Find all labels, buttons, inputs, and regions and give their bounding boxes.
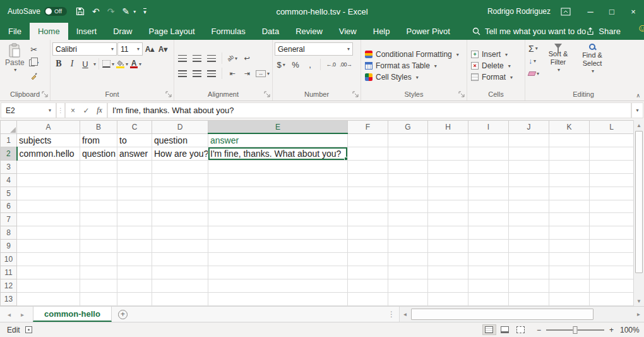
cell-G1[interactable]	[388, 133, 428, 147]
cell-J3[interactable]	[509, 160, 549, 173]
tell-me-box[interactable]: Tell me what you want to do	[472, 23, 586, 40]
row-header-3[interactable]: 3	[1, 160, 17, 173]
feedback-smiley-icon[interactable]: ☺	[637, 23, 644, 40]
cell-A6[interactable]	[17, 200, 80, 213]
cell-F1[interactable]	[348, 133, 388, 147]
accounting-format-button[interactable]: $▾	[275, 58, 287, 71]
paste-button[interactable]: Paste ▾	[2, 42, 28, 90]
cell-A9[interactable]	[17, 240, 80, 253]
cell-A5[interactable]	[17, 187, 80, 200]
font-name-select[interactable]: Calibri▾	[52, 42, 117, 56]
cell-I2[interactable]	[468, 147, 509, 160]
redo-button[interactable]: ↷	[107, 6, 115, 16]
row-header-9[interactable]: 9	[1, 240, 17, 253]
cell-C6[interactable]	[117, 200, 152, 213]
cell-F13[interactable]	[348, 292, 388, 305]
cell-E5[interactable]	[208, 187, 348, 200]
cell-F9[interactable]	[348, 240, 388, 253]
cell-D1[interactable]: question	[152, 133, 208, 147]
cell-I1[interactable]	[468, 133, 509, 147]
ribbon-tab-help[interactable]: Help	[365, 23, 398, 40]
align-left-button[interactable]	[176, 67, 189, 80]
sheet-tab-common-hello[interactable]: common-hello	[33, 307, 112, 322]
column-header-K[interactable]: K	[549, 121, 590, 134]
decrease-decimal-button[interactable]: .00→	[339, 58, 353, 71]
cell-J9[interactable]	[509, 240, 549, 253]
comma-style-button[interactable]: ,	[304, 58, 316, 71]
cell-E2[interactable]: I'm fine, thanks. What about you?	[208, 147, 348, 160]
cell-D12[interactable]	[152, 279, 208, 293]
cell-J2[interactable]	[509, 147, 549, 160]
cell-B13[interactable]	[80, 292, 117, 305]
cell-D10[interactable]	[152, 253, 208, 266]
column-header-J[interactable]: J	[509, 121, 549, 134]
share-button[interactable]: Share	[586, 23, 621, 40]
cell-K10[interactable]	[549, 253, 590, 266]
cell-G3[interactable]	[388, 160, 428, 173]
cell-E9[interactable]	[208, 240, 348, 253]
scroll-right-button[interactable]: ►	[633, 312, 644, 317]
cut-button[interactable]: ✂	[28, 43, 40, 56]
font-dialog-launcher[interactable]	[165, 91, 172, 98]
ribbon-tab-insert[interactable]: Insert	[68, 23, 105, 40]
number-dialog-launcher[interactable]	[352, 91, 359, 98]
cell-D7[interactable]	[152, 213, 208, 226]
cell-B5[interactable]	[80, 187, 117, 200]
row-header-10[interactable]: 10	[1, 253, 17, 266]
vertical-scrollbar[interactable]: ▲ ▼	[633, 120, 644, 306]
formula-bar-splitter[interactable]: ⋮	[56, 102, 65, 118]
cell-F12[interactable]	[348, 279, 388, 293]
cell-H13[interactable]	[428, 292, 468, 305]
cell-E4[interactable]	[208, 173, 348, 187]
cell-D6[interactable]	[152, 200, 208, 213]
cell-A7[interactable]	[17, 213, 80, 226]
cell-I5[interactable]	[468, 187, 509, 200]
cell-J4[interactable]	[509, 173, 549, 187]
cell-E12[interactable]	[208, 279, 348, 293]
format-painter-qat-button[interactable]: ✎	[122, 6, 130, 16]
column-header-H[interactable]: H	[428, 121, 468, 134]
cell-G6[interactable]	[388, 200, 428, 213]
cell-C8[interactable]	[117, 226, 152, 240]
autosave-toggle[interactable]: AutoSave Off	[0, 7, 73, 16]
cell-B11[interactable]	[80, 266, 117, 279]
increase-decimal-button[interactable]: ←.0	[325, 58, 337, 71]
cell-B10[interactable]	[80, 253, 117, 266]
next-sheet-button[interactable]: ▸	[21, 311, 24, 318]
font-color-button[interactable]: A▾	[129, 58, 142, 70]
cell-H11[interactable]	[428, 266, 468, 279]
underline-button[interactable]: U	[79, 58, 92, 70]
cell-B12[interactable]	[80, 279, 117, 293]
cell-F3[interactable]	[348, 160, 388, 173]
cell-G9[interactable]	[388, 240, 428, 253]
cell-E1[interactable]: answer	[208, 133, 348, 147]
column-header-I[interactable]: I	[468, 121, 509, 134]
delete-cells-button[interactable]: ×Delete▾	[469, 61, 523, 71]
cell-L2[interactable]	[590, 147, 634, 160]
fill-color-button[interactable]: ▾	[116, 58, 129, 70]
cell-D4[interactable]	[152, 173, 208, 187]
cell-B3[interactable]	[80, 160, 117, 173]
scroll-up-button[interactable]: ▲	[634, 120, 644, 130]
cell-C11[interactable]	[117, 266, 152, 279]
cell-D11[interactable]	[152, 266, 208, 279]
cell-I10[interactable]	[468, 253, 509, 266]
cell-E6[interactable]	[208, 200, 348, 213]
row-header-1[interactable]: 1	[1, 133, 17, 147]
minimize-button[interactable]: ─	[580, 0, 601, 23]
row-header-2[interactable]: 2	[1, 147, 17, 160]
cell-K11[interactable]	[549, 266, 590, 279]
cell-I8[interactable]	[468, 226, 509, 240]
collapse-ribbon-button[interactable]: ∧	[636, 92, 640, 99]
cell-B8[interactable]	[80, 226, 117, 240]
format-cells-button[interactable]: Format▾	[469, 72, 523, 82]
cell-H7[interactable]	[428, 213, 468, 226]
increase-font-size-button[interactable]: A▴	[143, 43, 156, 56]
cell-K3[interactable]	[549, 160, 590, 173]
borders-button[interactable]: ▾	[102, 58, 115, 70]
merge-center-button[interactable]: ▾	[255, 67, 270, 80]
ribbon-tab-page-layout[interactable]: Page Layout	[141, 23, 203, 40]
cell-G11[interactable]	[388, 266, 428, 279]
row-header-11[interactable]: 11	[1, 266, 17, 279]
cell-A12[interactable]	[17, 279, 80, 293]
